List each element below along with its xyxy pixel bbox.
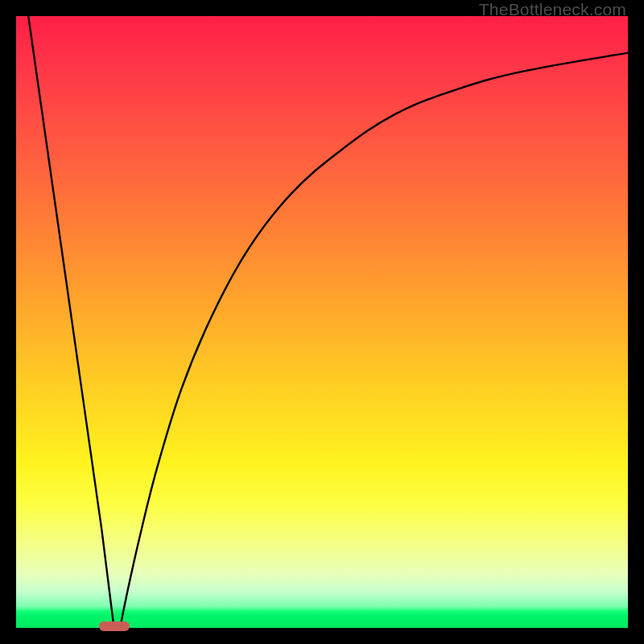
- chart-curve-layer: [16, 16, 628, 628]
- curve-left-branch: [28, 16, 114, 628]
- curve-right-branch: [120, 53, 628, 628]
- watermark-text: TheBottleneck.com: [479, 0, 626, 19]
- bottleneck-marker: [99, 621, 130, 631]
- frame-border: [0, 0, 16, 644]
- frame-border: [0, 628, 644, 644]
- chart-stage: TheBottleneck.com: [0, 0, 644, 644]
- frame-border: [628, 0, 644, 644]
